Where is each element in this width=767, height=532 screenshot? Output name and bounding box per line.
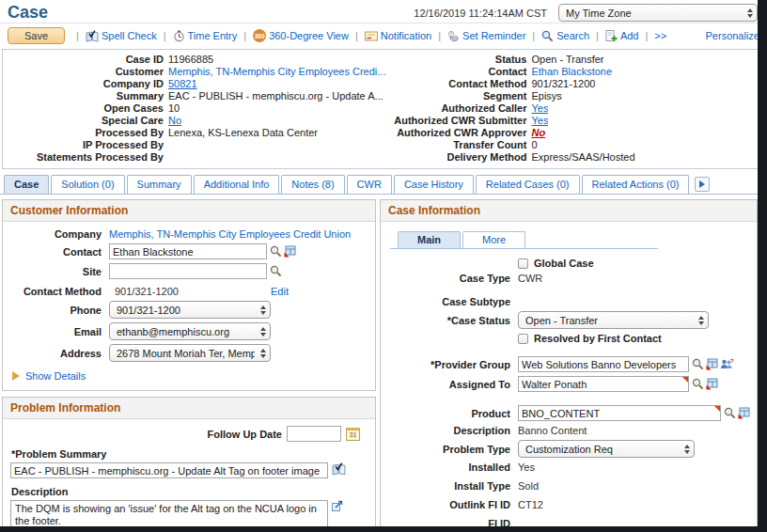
status-value: Open - Transfer: [531, 54, 603, 66]
field-label: Contact: [385, 66, 531, 78]
follow-up-date-input[interactable]: [287, 426, 341, 442]
provider-group-input[interactable]: [518, 356, 689, 372]
global-case-checkbox[interactable]: [518, 258, 528, 269]
summary-row: Transfer Count0: [385, 139, 760, 151]
product-lookup-icon[interactable]: [724, 407, 736, 419]
contact-lookup-icon[interactable]: [270, 245, 282, 258]
description-textarea[interactable]: The DQM is showing an 'issue' for the Al…: [10, 500, 328, 529]
case-type-value: CWR: [518, 273, 542, 284]
contact-input[interactable]: [109, 243, 267, 259]
address-select-value: 2678 Mount Moriah Ter, Memphis: [117, 348, 255, 359]
authorized-caller-link[interactable]: Yes: [531, 102, 548, 115]
tab-case-history[interactable]: Case History: [394, 175, 474, 194]
authorized-cwr-submitter-link[interactable]: Yes: [531, 115, 548, 127]
summary-row: Statements Processed By: [7, 151, 385, 164]
toolbar-more-button[interactable]: >>: [654, 30, 666, 41]
field-label: Summary: [7, 90, 168, 102]
notification-button[interactable]: Notification: [365, 30, 431, 41]
contact-link[interactable]: Ethan Blackstone: [531, 66, 612, 78]
summary-spell-check-icon[interactable]: [332, 462, 346, 476]
main-tab-bar: Case Solution (0) Summary Additional Inf…: [0, 169, 767, 195]
provider-group-members-icon[interactable]: ?: [720, 358, 734, 370]
select-arrows-icon: [260, 327, 266, 336]
email-select[interactable]: ethanb@memphiscu.org: [109, 322, 271, 340]
company-link[interactable]: Memphis, TN-Memphis City Employees Credi…: [109, 228, 351, 240]
tab-related-cases[interactable]: Related Cases (0): [476, 175, 580, 194]
toolbar-separator: |: [76, 30, 79, 41]
set-reminder-button[interactable]: Set Reminder: [447, 30, 525, 42]
special-care-link[interactable]: No: [168, 115, 181, 127]
case-subtype-label: Case Subtype: [388, 296, 518, 307]
resolved-first-contact-checkbox[interactable]: [518, 334, 528, 344]
case-summary-box: Case ID11966885 CustomerMemphis, TN-Memp…: [2, 49, 765, 169]
toolbar-separator: |: [596, 30, 599, 41]
svg-text:?: ?: [730, 358, 734, 364]
tab-additional-info[interactable]: Additional Info: [194, 175, 280, 194]
summary-value: EAC - PUBLISH - memphiscu.org - Update A…: [168, 90, 384, 102]
product-transfer-icon[interactable]: [738, 407, 750, 419]
product-description-label: Description: [388, 425, 518, 436]
add-button[interactable]: Add: [605, 30, 639, 42]
assigned-to-transfer-icon[interactable]: [706, 378, 718, 390]
phone-select-value: 901/321-1200: [117, 305, 180, 316]
page-title: Case: [8, 3, 48, 22]
tab-cwr[interactable]: CWR: [347, 175, 392, 194]
case-information-panel: Case Information Main More Global Case C…: [380, 199, 758, 529]
tab-solution[interactable]: Solution (0): [51, 175, 124, 194]
select-arrows-icon: [698, 316, 704, 325]
summary-row: CustomerMemphis, TN-Memphis City Employe…: [7, 66, 385, 78]
problem-type-select[interactable]: Customization Req: [518, 440, 695, 458]
customer-link[interactable]: Memphis, TN-Memphis City Employees Credi…: [168, 66, 385, 78]
phone-select[interactable]: 901/321-1200: [109, 301, 271, 319]
expand-triangle-icon: [12, 371, 20, 381]
authorized-cwr-approver-link[interactable]: No: [531, 127, 545, 139]
provider-group-transfer-icon[interactable]: [706, 358, 718, 370]
show-details-toggle[interactable]: Show Details: [12, 370, 368, 382]
summary-left-column: Case ID11966885 CustomerMemphis, TN-Memp…: [7, 54, 385, 164]
installed-value: Yes: [518, 462, 535, 473]
calendar-icon[interactable]: 31: [346, 428, 360, 441]
search-button[interactable]: Search: [541, 30, 589, 42]
360-degree-view-button[interactable]: 360 360-Degree View: [253, 29, 349, 42]
time-entry-button[interactable]: Time Entry: [173, 30, 238, 42]
edit-link[interactable]: Edit: [271, 286, 289, 297]
assigned-to-input[interactable]: [518, 376, 689, 392]
company-id-link[interactable]: 50821: [168, 78, 197, 90]
spell-check-button[interactable]: Spell Check: [86, 30, 157, 42]
field-label: Authorized CWR Approver: [385, 127, 531, 139]
provider-group-lookup-icon[interactable]: [692, 358, 704, 370]
tab-notes[interactable]: Notes (8): [281, 175, 344, 194]
problem-summary-input[interactable]: [10, 462, 328, 478]
expand-textarea-icon[interactable]: [332, 500, 343, 511]
global-case-label: Global Case: [534, 258, 594, 269]
site-lookup-icon[interactable]: [270, 265, 282, 277]
address-select[interactable]: 2678 Mount Moriah Ter, Memphis: [109, 344, 271, 362]
processed-by-value: Lenexa, KS-Lenexa Data Center: [168, 127, 318, 139]
install-type-label: Install Type: [388, 480, 518, 492]
case-status-select[interactable]: Open - Transfer: [518, 311, 709, 329]
email-label: Email: [10, 326, 109, 337]
personalize-link[interactable]: Personalize: [706, 30, 759, 41]
timezone-select[interactable]: My Time Zone: [558, 4, 758, 22]
summary-row: StatusOpen - Transfer: [385, 54, 760, 66]
field-label: Authorized Caller: [385, 102, 531, 115]
site-input[interactable]: [109, 263, 267, 279]
tab-scroll-right-icon[interactable]: [695, 177, 710, 192]
contact-transfer-icon[interactable]: [284, 245, 296, 258]
summary-right-column: StatusOpen - Transfer ContactEthan Black…: [385, 54, 760, 164]
toolbar-separator: |: [645, 30, 648, 41]
product-input[interactable]: [518, 405, 721, 421]
assigned-to-lookup-icon[interactable]: [692, 378, 704, 390]
summary-row: Contact Method901/321-1200: [385, 78, 760, 90]
360-badge-icon: 360: [253, 29, 266, 42]
field-label: Delivery Method: [385, 151, 531, 164]
subtab-more[interactable]: More: [462, 231, 525, 248]
phone-label: Phone: [10, 305, 109, 316]
tab-related-actions[interactable]: Related Actions (0): [582, 175, 690, 194]
field-label: Special Care: [7, 115, 168, 127]
tab-case[interactable]: Case: [4, 175, 49, 194]
tab-summary[interactable]: Summary: [127, 175, 192, 194]
subtab-main[interactable]: Main: [398, 231, 461, 248]
contact-method-value: 901/321-1200: [109, 286, 271, 297]
save-button[interactable]: Save: [8, 27, 65, 44]
